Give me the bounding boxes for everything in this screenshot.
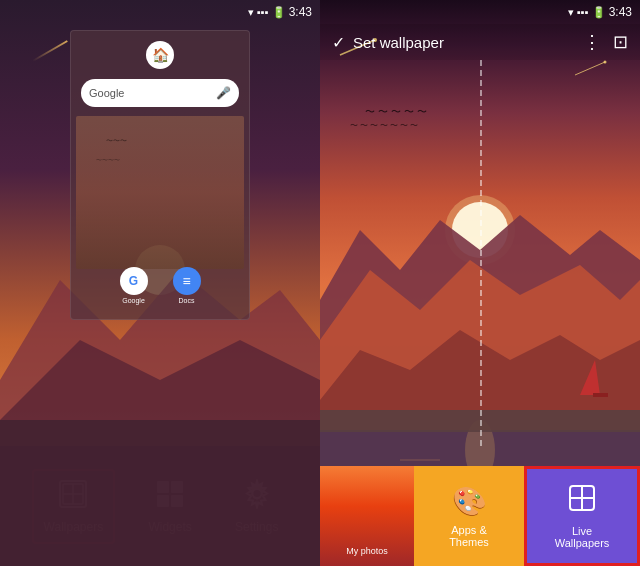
my-photos-option[interactable]: My photos bbox=[320, 466, 414, 566]
right-signal-icon: ▪▪▪ bbox=[577, 6, 589, 18]
preview-google-icon: G Google bbox=[120, 267, 148, 304]
live-wallpapers-label: LiveWallpapers bbox=[555, 525, 610, 549]
home-icon: 🏠 bbox=[146, 41, 174, 69]
center-divider-line bbox=[480, 60, 482, 446]
wifi-icon: ▾ bbox=[248, 6, 254, 19]
svg-point-17 bbox=[604, 61, 607, 64]
preview-docs-icon: ≡ Docs bbox=[173, 267, 201, 304]
live-wallpapers-icon bbox=[568, 484, 596, 519]
right-panel: 〜〜〜〜〜 〜〜〜〜〜〜〜 ▾ ▪▪▪ 🔋 3:43 ✓ Set wallpap… bbox=[320, 0, 640, 566]
status-time-right: 3:43 bbox=[609, 5, 632, 19]
battery-icon: 🔋 bbox=[272, 6, 286, 19]
svg-rect-29 bbox=[593, 393, 608, 397]
right-wifi-icon: ▾ bbox=[568, 6, 574, 19]
preview-search-bar: Google 🎤 bbox=[81, 79, 239, 107]
set-wallpaper-label: Set wallpaper bbox=[353, 34, 583, 51]
apps-themes-label: Apps &Themes bbox=[449, 524, 489, 548]
docs-label: Docs bbox=[179, 297, 195, 304]
preview-content: 〜〜〜 〜〜〜〜 bbox=[76, 116, 244, 269]
my-photos-label: My photos bbox=[346, 546, 388, 556]
right-battery-icon: 🔋 bbox=[592, 6, 606, 19]
left-panel: ▾ ▪▪▪ 🔋 3:43 🏠 Google 🎤 〜〜〜 〜〜〜〜 G Googl… bbox=[0, 0, 320, 566]
left-status-bar: ▾ ▪▪▪ 🔋 3:43 bbox=[0, 0, 320, 24]
preview-app-icons-row: G Google ≡ Docs bbox=[71, 267, 249, 304]
wallpaper-options-bar: My photos 🎨 Apps &Themes LiveWallpapers bbox=[320, 466, 640, 566]
signal-icon: ▪▪▪ bbox=[257, 6, 269, 18]
preview-birds-2: 〜〜〜〜 bbox=[96, 156, 120, 165]
apps-themes-option[interactable]: 🎨 Apps &Themes bbox=[414, 466, 524, 566]
top-bar-actions: ⋮ ⊡ bbox=[583, 31, 628, 53]
checkmark-icon: ✓ bbox=[332, 33, 345, 52]
live-wallpapers-option[interactable]: LiveWallpapers bbox=[524, 466, 640, 566]
google-label: Google bbox=[122, 297, 145, 304]
apps-themes-icon: 🎨 bbox=[452, 485, 487, 518]
right-birds: 〜〜〜〜〜 bbox=[365, 105, 430, 119]
phone-preview-card: 🏠 Google 🎤 〜〜〜 〜〜〜〜 G Google ≡ Docs bbox=[70, 30, 250, 320]
search-placeholder: Google bbox=[89, 87, 124, 99]
right-top-bar: ✓ Set wallpaper ⋮ ⊡ bbox=[320, 24, 640, 60]
svg-line-16 bbox=[575, 62, 605, 75]
crop-icon[interactable]: ⊡ bbox=[613, 31, 628, 53]
status-time-left: 3:43 bbox=[289, 5, 312, 19]
more-options-icon[interactable]: ⋮ bbox=[583, 31, 601, 53]
right-birds-2: 〜〜〜〜〜〜〜 bbox=[350, 120, 420, 131]
svg-rect-3 bbox=[0, 420, 320, 566]
right-status-bar: ▾ ▪▪▪ 🔋 3:43 bbox=[320, 0, 640, 24]
mic-icon: 🎤 bbox=[216, 86, 231, 100]
preview-birds: 〜〜〜 bbox=[106, 136, 127, 146]
